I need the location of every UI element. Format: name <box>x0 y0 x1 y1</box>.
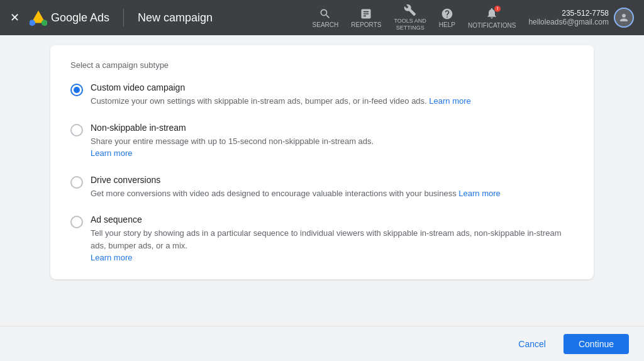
nav-notifications-label: NOTIFICATIONS <box>468 22 516 29</box>
radio-drive-conversions[interactable] <box>70 176 83 189</box>
nav-reports-label: REPORTS <box>351 21 381 28</box>
campaign-subtype-card: Select a campaign subtype Custom video c… <box>50 45 594 279</box>
option-drive-conversions-desc: Get more conversions with video ads desi… <box>91 187 501 200</box>
option-ad-sequence[interactable]: Ad sequence Tell your story by showing a… <box>70 214 574 264</box>
reports-icon <box>360 8 372 20</box>
nav-notifications[interactable]: ! NOTIFICATIONS <box>468 7 516 29</box>
account-phone: 235-512-7758 <box>562 9 609 18</box>
option-non-skippable[interactable]: Non-skippable in-stream Share your entir… <box>70 123 574 160</box>
close-button[interactable]: ✕ <box>10 11 19 25</box>
account-email: helloleads6@gmail.com <box>528 18 609 26</box>
help-icon <box>441 8 453 20</box>
cancel-button[interactable]: Cancel <box>508 334 556 354</box>
page-footer: Cancel Continue <box>0 326 644 361</box>
non-skippable-learn-more-link[interactable]: Learn more <box>91 148 132 158</box>
nav-search[interactable]: SEARCH <box>313 8 339 28</box>
drive-conversions-learn-more-link[interactable]: Learn more <box>458 189 500 198</box>
option-custom-video-desc: Customize your own settings with skippab… <box>91 95 471 108</box>
page-title: New campaign <box>138 11 305 25</box>
account-section[interactable]: 235-512-7758 helloleads6@gmail.com <box>528 8 634 28</box>
option-drive-conversions-content: Drive conversions Get more conversions w… <box>91 175 501 200</box>
tools-icon <box>404 4 416 16</box>
top-navigation: SEARCH REPORTS TOOLS ANDSETTINGS HELP <box>313 4 516 31</box>
option-non-skippable-content: Non-skippable in-stream Share your entir… <box>91 123 374 160</box>
radio-non-skippable[interactable] <box>70 124 83 136</box>
option-non-skippable-desc: Share your entire message with up to 15-… <box>91 135 374 160</box>
account-avatar[interactable] <box>614 8 634 28</box>
custom-video-learn-more-link[interactable]: Learn more <box>429 96 470 106</box>
option-ad-sequence-title: Ad sequence <box>91 214 574 225</box>
nav-help[interactable]: HELP <box>439 8 455 28</box>
continue-button[interactable]: Continue <box>564 334 629 354</box>
radio-ad-sequence[interactable] <box>70 216 83 228</box>
app-name-label: Google Ads <box>51 11 109 25</box>
nav-help-label: HELP <box>439 21 455 28</box>
nav-search-label: SEARCH <box>313 21 339 28</box>
app-header: ✕ Google Ads New campaign SEARCH REPORTS <box>0 0 644 35</box>
avatar-icon <box>618 12 630 23</box>
radio-custom-video[interactable] <box>70 84 83 96</box>
option-non-skippable-title: Non-skippable in-stream <box>91 123 374 133</box>
nav-tools[interactable]: TOOLS ANDSETTINGS <box>394 4 426 31</box>
nav-tools-label: TOOLS ANDSETTINGS <box>394 18 426 31</box>
search-icon <box>319 8 331 20</box>
option-drive-conversions-title: Drive conversions <box>91 175 501 185</box>
option-custom-video-title: Custom video campaign <box>91 82 471 92</box>
app-logo: Google Ads <box>30 9 109 26</box>
account-info: 235-512-7758 helloleads6@gmail.com <box>528 9 609 26</box>
main-content: Select a campaign subtype Custom video c… <box>0 35 644 326</box>
header-divider <box>123 9 124 26</box>
option-ad-sequence-content: Ad sequence Tell your story by showing a… <box>91 214 574 264</box>
nav-reports[interactable]: REPORTS <box>351 8 381 28</box>
notification-badge: ! <box>494 6 501 12</box>
option-custom-video-content: Custom video campaign Customize your own… <box>91 82 471 108</box>
option-drive-conversions[interactable]: Drive conversions Get more conversions w… <box>70 175 574 200</box>
section-label: Select a campaign subtype <box>70 60 574 70</box>
google-ads-logo-icon <box>30 9 47 26</box>
ad-sequence-learn-more-link[interactable]: Learn more <box>91 253 132 262</box>
option-ad-sequence-desc: Tell your story by showing ads in a part… <box>91 227 574 264</box>
option-custom-video[interactable]: Custom video campaign Customize your own… <box>70 82 574 108</box>
